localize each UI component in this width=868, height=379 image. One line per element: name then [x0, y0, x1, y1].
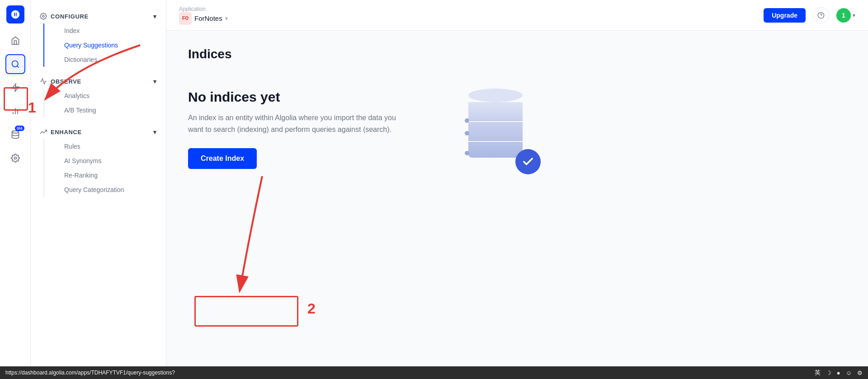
empty-heading: No indices yet	[188, 89, 405, 105]
sidebar-item-rules[interactable]: Rules	[44, 139, 166, 154]
svg-point-8	[42, 15, 44, 17]
sidebar-item-home[interactable]	[5, 31, 25, 51]
status-gear-icon: ⚙	[857, 370, 863, 376]
empty-description: An index is an entity within Algolia whe…	[188, 112, 405, 135]
status-lang: 英	[815, 369, 821, 377]
create-index-button[interactable]: Create Index	[188, 148, 257, 169]
enhance-header[interactable]: ENHANCE ▾	[31, 125, 166, 139]
sidebar-item-settings[interactable]	[5, 148, 25, 168]
sidebar-item-search[interactable]	[5, 54, 25, 74]
observe-chevron-icon: ▾	[153, 78, 157, 85]
observe-label: OBSERVE	[51, 78, 81, 85]
status-url: https://dashboard.algolia.com/apps/TDHAF…	[5, 370, 175, 376]
sidebar-item-ai-synonyms[interactable]: AI Synonyms	[44, 154, 166, 168]
content-area: Indices No indices yet An index is an en…	[166, 31, 868, 379]
enhance-chevron-icon: ▾	[153, 129, 157, 136]
enhance-section: ENHANCE ▾ Rules AI Synonyms Re-Ranking Q…	[31, 125, 166, 197]
sidebar-item-ab-testing[interactable]: A/B Testing	[44, 103, 166, 117]
sidebar-item-dictionaries[interactable]: Dictionaries	[44, 52, 166, 67]
icon-bar: 0/4	[0, 0, 31, 379]
db-dot-3	[465, 144, 469, 163]
sidebar-item-db[interactable]: 0/4	[5, 125, 25, 145]
sidebar-item-index[interactable]: Index	[44, 23, 166, 38]
svg-marker-2	[12, 84, 19, 92]
observe-section: OBSERVE ▾ Analytics A/B Testing	[31, 74, 166, 117]
app-icon: FO	[179, 12, 192, 25]
app-logo[interactable]	[6, 5, 24, 23]
enhance-label: ENHANCE	[51, 129, 82, 136]
observe-header[interactable]: OBSERVE ▾	[31, 74, 166, 89]
sidebar-item-analytics[interactable]: Analytics	[44, 89, 166, 103]
header: Application FO ForNotes ▾ Upgrade 1 ▾	[166, 0, 868, 31]
empty-state-text: No indices yet An index is an entity wit…	[188, 89, 405, 168]
user-avatar[interactable]: 1	[836, 8, 851, 23]
check-circle	[515, 149, 541, 174]
configure-chevron-icon: ▾	[153, 13, 157, 20]
svg-line-1	[17, 66, 19, 68]
page-title: Indices	[188, 47, 846, 61]
sidebar: CONFIGURE ▾ Index Query Suggestions Dict…	[31, 0, 166, 379]
sidebar-item-reranking[interactable]: Re-Ranking	[44, 168, 166, 182]
svg-point-7	[14, 157, 16, 159]
db-cylinder	[468, 89, 523, 158]
configure-section: CONFIGURE ▾ Index Query Suggestions Dict…	[31, 9, 166, 67]
empty-state: No indices yet An index is an entity wit…	[188, 80, 846, 179]
status-smiley-icon: ☺	[846, 370, 852, 376]
configure-label: CONFIGURE	[51, 13, 89, 20]
status-dot-icon: ●	[837, 370, 840, 376]
app-section-label: Application	[179, 6, 228, 12]
user-chevron-icon: ▾	[853, 12, 855, 19]
upgrade-button[interactable]: Upgrade	[764, 8, 806, 23]
sidebar-item-analytics[interactable]	[5, 101, 25, 121]
configure-header[interactable]: CONFIGURE ▾	[31, 9, 166, 23]
db-illustration	[441, 80, 541, 179]
svg-point-0	[12, 61, 18, 67]
app-chevron-icon: ▾	[225, 15, 228, 22]
badge-count: 0/4	[15, 126, 24, 131]
sidebar-item-query-categorization[interactable]: Query Categorization	[44, 182, 166, 197]
help-button[interactable]	[813, 7, 829, 23]
sidebar-item-query-suggestions[interactable]: Query Suggestions	[44, 38, 166, 52]
status-moon-icon: ☽	[826, 370, 831, 376]
db-body-2	[468, 122, 523, 140]
svg-point-6	[12, 131, 19, 133]
db-top	[468, 89, 523, 102]
status-bar: https://dashboard.algolia.com/apps/TDHAF…	[0, 366, 868, 379]
db-stack	[468, 89, 523, 158]
app-name-text: ForNotes	[194, 14, 222, 22]
db-body-3	[468, 142, 523, 158]
db-body-1	[468, 102, 523, 120]
status-right: 英 ☽ ● ☺ ⚙	[815, 369, 863, 377]
main-area: Application FO ForNotes ▾ Upgrade 1 ▾ In…	[166, 0, 868, 379]
app-selector[interactable]: Application FO ForNotes ▾	[179, 6, 228, 25]
sidebar-item-lightning[interactable]	[5, 78, 25, 98]
